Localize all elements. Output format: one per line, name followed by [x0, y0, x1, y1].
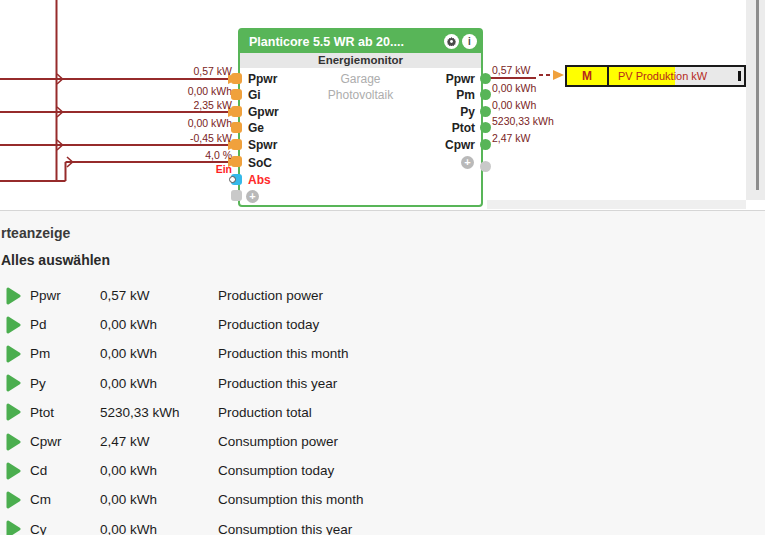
abs-port-dot: [229, 176, 236, 183]
input-port-add[interactable]: [231, 190, 242, 201]
input-label-gi: Gi: [248, 88, 261, 102]
flow-canvas[interactable]: 0,57 kW 0,00 kWh 2,35 kW 0,00 kWh -0,45 …: [0, 0, 765, 210]
input-value-gpwr: 2,35 kW: [142, 99, 232, 112]
pv-produktion-block[interactable]: M PV Produktion kW: [565, 65, 746, 87]
add-input-button[interactable]: +: [246, 190, 259, 203]
gear-icon[interactable]: [444, 34, 459, 49]
select-all-label[interactable]: Alles auswählen: [1, 252, 110, 268]
row-key: Py: [30, 376, 100, 391]
chevron-icon: [0, 403, 30, 421]
row-value: 0,00 kWh: [100, 317, 218, 332]
chevron-icon: [0, 374, 30, 392]
row-key: Cy: [30, 522, 100, 535]
row-desc: Consumption this month: [218, 492, 765, 507]
table-row[interactable]: Py 0,00 kWh Production this year: [0, 369, 765, 398]
info-icon[interactable]: i: [462, 34, 477, 49]
row-value: 0,00 kWh: [100, 463, 218, 478]
row-value: 0,57 kW: [100, 288, 218, 303]
value-rows: Ppwr 0,57 kW Production power Pd 0,00 kW…: [0, 281, 765, 535]
row-desc: Production total: [218, 405, 765, 420]
row-key: Cpwr: [30, 434, 100, 449]
chevron-icon: [0, 520, 30, 535]
input-label-abs: Abs: [248, 173, 271, 187]
row-value: 5230,33 kWh: [100, 405, 218, 420]
m-badge: M: [567, 67, 609, 85]
row-desc: Production power: [218, 288, 765, 303]
vertical-scrollbar-thumb[interactable]: [756, 0, 759, 190]
output-port-pm[interactable]: [480, 89, 491, 100]
chevron-icon: [0, 462, 30, 480]
input-port-gpwr[interactable]: [231, 106, 242, 117]
node-subtitle: Energiemonitor: [240, 53, 481, 68]
input-value-soc: 4,0 %: [142, 149, 232, 162]
table-row[interactable]: Cy 0,00 kWh Consumption this year: [0, 515, 765, 535]
node-title: Planticore 5.5 WR ab 20....: [249, 35, 404, 49]
table-row[interactable]: Pm 0,00 kWh Production this month: [0, 339, 765, 368]
node-header[interactable]: Planticore 5.5 WR ab 20.... i: [240, 30, 481, 53]
row-desc: Production this year: [218, 376, 765, 391]
input-value-spwr: -0,45 kW: [142, 132, 232, 145]
row-value: 2,47 kW: [100, 434, 218, 449]
output-label-ptot: Ptot: [415, 121, 475, 135]
row-key: Ptot: [30, 405, 100, 420]
input-value-ppwr: 0,57 kW: [142, 65, 232, 78]
row-value: 0,00 kWh: [100, 522, 218, 535]
output-label-py: Py: [415, 105, 475, 119]
row-key: Pm: [30, 346, 100, 361]
vertical-scrollbar[interactable]: [746, 0, 765, 200]
row-value: 0,00 kWh: [100, 346, 218, 361]
table-row[interactable]: Cpwr 2,47 kW Consumption power: [0, 427, 765, 456]
input-label-spwr: Spwr: [248, 138, 277, 152]
row-desc: Production this month: [218, 346, 765, 361]
output-port-cpwr[interactable]: [480, 139, 491, 150]
output-port-add[interactable]: [480, 161, 491, 172]
output-value-py: 0,00 kWh: [492, 99, 582, 112]
row-desc: Production today: [218, 317, 765, 332]
input-label-gpwr: Gpwr: [248, 105, 279, 119]
table-row[interactable]: Pd 0,00 kWh Production today: [0, 310, 765, 339]
input-port-spwr[interactable]: [231, 139, 242, 150]
table-row[interactable]: Ppwr 0,57 kW Production power: [0, 281, 765, 310]
add-output-button[interactable]: +: [461, 156, 474, 169]
input-port-ppwr[interactable]: [231, 73, 242, 84]
row-value: 0,00 kWh: [100, 492, 218, 507]
input-value-gi: 0,00 kWh: [142, 85, 232, 98]
input-port-ge[interactable]: [231, 122, 242, 133]
row-value: 0,00 kWh: [100, 376, 218, 391]
input-label-ppwr: Ppwr: [248, 72, 277, 86]
row-desc: Consumption power: [218, 434, 765, 449]
output-label-ppwr: Ppwr: [415, 72, 475, 86]
input-value-abs: Ein: [142, 163, 232, 176]
table-row[interactable]: Cd 0,00 kWh Consumption today: [0, 456, 765, 485]
output-port-ppwr[interactable]: [480, 73, 491, 84]
chevron-icon: [0, 287, 30, 305]
row-key: Pd: [30, 317, 100, 332]
gear-glyph: [447, 37, 456, 46]
chevron-icon: [0, 491, 30, 509]
input-label-ge: Ge: [248, 121, 264, 135]
row-key: Cd: [30, 463, 100, 478]
input-label-soc: SoC: [248, 156, 272, 170]
chevron-icon: [0, 433, 30, 451]
table-row[interactable]: Cm 0,00 kWh Consumption this month: [0, 485, 765, 514]
value-panel: rteanzeige Alles auswählen Ppwr 0,57 kW …: [0, 210, 765, 535]
output-value-cpwr: 2,47 kW: [492, 132, 582, 145]
output-label-cpwr: Cpwr: [415, 138, 475, 152]
m-value-text: PV Produktion kW: [618, 67, 707, 85]
input-port-soc[interactable]: [231, 156, 242, 167]
row-key: Cm: [30, 492, 100, 507]
row-key: Ppwr: [30, 288, 100, 303]
row-desc: Consumption today: [218, 463, 765, 478]
output-label-pm: Pm: [415, 88, 475, 102]
table-row[interactable]: Ptot 5230,33 kWh Production total: [0, 398, 765, 427]
m-value-cell: PV Produktion kW: [609, 67, 744, 85]
horizontal-scrollbar[interactable]: [487, 200, 746, 209]
input-port-gi[interactable]: [231, 89, 242, 100]
output-port-ptot[interactable]: [480, 122, 491, 133]
output-port-py[interactable]: [480, 106, 491, 117]
row-desc: Consumption this year: [218, 522, 765, 535]
chevron-icon: [0, 345, 30, 363]
chevron-icon: [0, 316, 30, 334]
panel-title: rteanzeige: [1, 225, 70, 241]
input-value-ge: 0,00 kWh: [142, 117, 232, 130]
